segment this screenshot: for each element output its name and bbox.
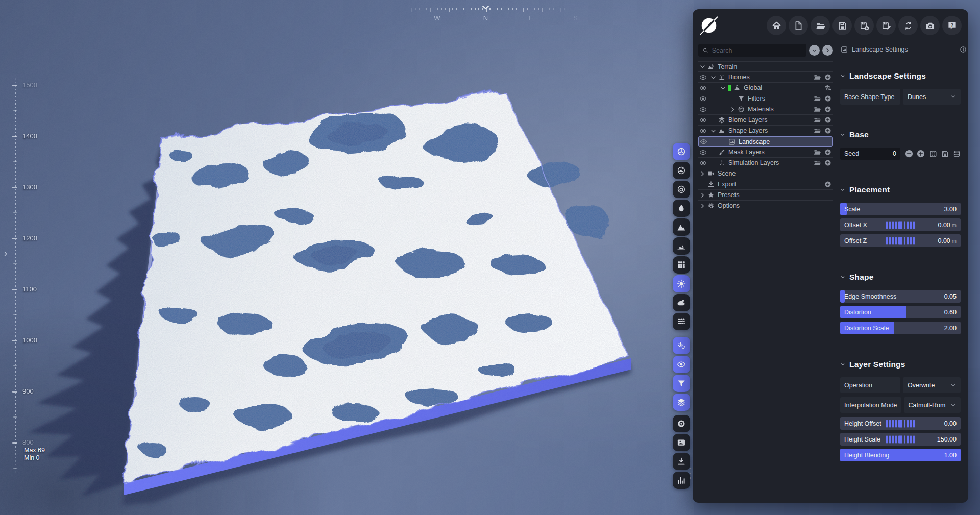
tree-item-simulation-layers[interactable]: Simulation Layers <box>698 158 833 168</box>
slider-height-scale[interactable]: Height Scale150.00 <box>840 433 961 446</box>
tree-item-biomes[interactable]: Biomes <box>698 72 833 83</box>
tree-item-export[interactable]: Export <box>698 179 833 190</box>
funnel-button[interactable] <box>673 375 690 392</box>
section-header[interactable]: Shape <box>840 273 961 282</box>
chart-button[interactable] <box>673 472 690 489</box>
home-button[interactable] <box>767 16 786 35</box>
panel-resize-handle[interactable] <box>690 468 691 479</box>
operation-dropdown[interactable]: Overwrite <box>903 377 961 393</box>
save-plus-button[interactable] <box>854 16 874 35</box>
grid-button[interactable] <box>673 256 690 274</box>
search-box[interactable] <box>698 44 806 57</box>
tree-item-terrain[interactable]: Terrain <box>698 61 833 72</box>
save-icon[interactable] <box>941 150 949 158</box>
flame-button[interactable] <box>673 200 690 217</box>
folder-open-icon[interactable] <box>814 127 821 134</box>
chevron-right-icon[interactable] <box>699 203 706 209</box>
value-scrubber[interactable] <box>886 420 915 427</box>
layers-button[interactable] <box>673 394 690 411</box>
eye-icon[interactable] <box>699 127 707 135</box>
plus-circle-icon[interactable] <box>824 181 831 188</box>
base-shape-type-dropdown[interactable]: Dunes <box>903 89 961 105</box>
collapse-all-button[interactable] <box>809 45 820 56</box>
minus-circle-icon[interactable] <box>904 149 914 158</box>
folder-open-button[interactable] <box>811 16 830 35</box>
download-button[interactable] <box>673 453 690 470</box>
sphere-mountain-button[interactable] <box>673 162 690 179</box>
chevron-right-icon[interactable] <box>699 170 706 177</box>
record-button[interactable] <box>673 415 690 432</box>
tree-item-filters[interactable]: Filters <box>698 93 833 104</box>
stack-icon[interactable] <box>953 150 961 158</box>
gears-button[interactable] <box>673 337 690 354</box>
folder-open-icon[interactable] <box>814 106 821 113</box>
help-button[interactable]: ? <box>942 16 962 35</box>
file-button[interactable] <box>789 16 808 35</box>
folder-open-icon[interactable] <box>814 159 821 166</box>
eye-icon[interactable] <box>699 159 707 167</box>
value-scrubber[interactable] <box>886 435 915 443</box>
orbit-button[interactable] <box>673 181 690 198</box>
plus-circle-icon[interactable] <box>824 149 831 156</box>
chevron-down-icon[interactable] <box>699 63 706 70</box>
slider-height-blending[interactable]: Height Blending1.00 <box>840 449 961 461</box>
eye-icon[interactable] <box>699 116 707 124</box>
eye-button[interactable] <box>673 356 690 373</box>
folder-open-icon[interactable] <box>814 149 821 156</box>
tree-item-shape-layers[interactable]: Shape Layers <box>698 126 833 136</box>
eye-icon[interactable] <box>699 106 707 113</box>
seed-input[interactable]: Seed0 <box>840 148 900 160</box>
fog-button[interactable] <box>673 313 690 330</box>
value-scrubber[interactable] <box>886 237 915 244</box>
save-edit-button[interactable] <box>876 16 896 35</box>
tree-item-materials[interactable]: Materials <box>698 104 833 115</box>
tree-item-mask-layers[interactable]: Mask Layers <box>698 147 833 158</box>
slider-height-offset[interactable]: Height Offset0.00 <box>840 417 961 430</box>
plus-circle-icon[interactable] <box>916 149 925 158</box>
eye-icon[interactable] <box>699 95 707 103</box>
value-scrubber[interactable] <box>886 221 915 229</box>
dice-icon[interactable] <box>929 150 937 158</box>
plus-circle-icon[interactable] <box>824 116 831 124</box>
section-header[interactable]: Layer Settings <box>840 360 961 369</box>
plus-circle-icon[interactable] <box>824 95 831 102</box>
folder-open-icon[interactable] <box>814 73 821 81</box>
cloud-button[interactable] <box>673 294 690 311</box>
section-header[interactable]: Landscape Settings <box>840 71 961 81</box>
sync-button[interactable] <box>898 16 918 35</box>
tree-item-scene[interactable]: Scene <box>698 168 833 179</box>
chevron-right-icon[interactable] <box>729 106 736 113</box>
slider-distortion[interactable]: Distortion0.60 <box>840 306 961 318</box>
chevron-right-icon[interactable] <box>699 192 706 199</box>
folder-open-icon[interactable] <box>814 95 821 102</box>
render-sphere-button[interactable] <box>673 143 690 160</box>
info-icon[interactable] <box>960 46 967 53</box>
tree-item-presets[interactable]: Presets <box>698 190 833 201</box>
section-header[interactable]: Base <box>840 130 961 139</box>
expand-button[interactable] <box>822 45 833 56</box>
plus-circle-icon[interactable] <box>824 73 831 81</box>
chevron-down-icon[interactable] <box>720 85 726 91</box>
slider-offset-x[interactable]: Offset X0.00m <box>840 218 961 231</box>
slider-scale[interactable]: Scale3.00 <box>840 203 961 215</box>
eye-icon[interactable] <box>700 138 707 145</box>
search-input[interactable] <box>712 47 802 54</box>
tree-item-landscape[interactable]: Landscape <box>698 136 833 147</box>
chevron-down-icon[interactable] <box>710 74 717 81</box>
chevron-down-icon[interactable] <box>710 128 717 134</box>
eye-icon[interactable] <box>699 73 707 81</box>
slider-edge-smoothness[interactable]: Edge Smoothness0.05 <box>840 290 961 303</box>
biome-scene-button[interactable] <box>673 237 690 255</box>
image-button[interactable] <box>673 434 690 451</box>
layer-color-pill[interactable] <box>728 85 731 91</box>
plus-circle-icon[interactable] <box>824 106 831 113</box>
sun-button[interactable] <box>673 275 690 292</box>
tree-item-biome-layers[interactable]: Biome Layers <box>698 115 833 126</box>
folder-open-icon[interactable] <box>814 116 821 124</box>
interpolation-mode-dropdown[interactable]: Catmull-Rom <box>904 397 961 413</box>
tree-item-options[interactable]: Options <box>698 201 833 211</box>
mountain-snow-button[interactable] <box>673 218 690 236</box>
section-header[interactable]: Placement <box>840 185 961 194</box>
save-button[interactable] <box>832 16 852 35</box>
panel-expander[interactable]: › <box>4 248 7 259</box>
